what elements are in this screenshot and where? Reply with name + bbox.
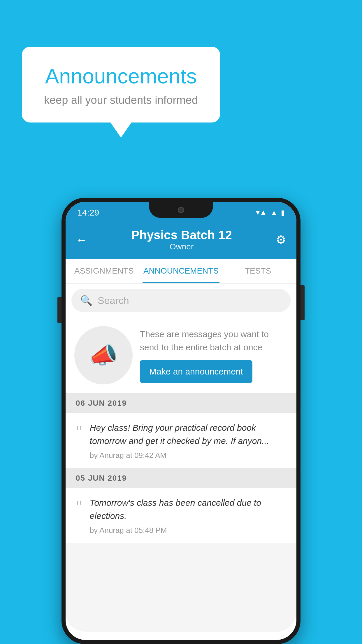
promo-icon-circle: 📣 bbox=[74, 326, 133, 384]
phone-inner: 14:29 ▾▲ ▲ ▮ ← Physics Batch 12 Owner ⚙ bbox=[66, 202, 296, 640]
announcement-meta-2: by Anurag at 05:48 PM bbox=[90, 526, 286, 535]
status-icons: ▾▲ ▲ ▮ bbox=[256, 208, 285, 217]
phone-screen: 14:29 ▾▲ ▲ ▮ ← Physics Batch 12 Owner ⚙ bbox=[66, 202, 296, 632]
tab-announcements[interactable]: ANNOUNCEMENTS bbox=[143, 259, 219, 283]
date-separator-1: 06 JUN 2019 bbox=[66, 393, 296, 413]
announcement-item-2[interactable]: " Tomorrow's class has been cancelled du… bbox=[66, 488, 296, 543]
content-area: 🔍 Search 📣 These are messages you want t… bbox=[66, 284, 296, 632]
front-camera bbox=[178, 207, 184, 213]
search-icon: 🔍 bbox=[80, 295, 92, 306]
header-center: Physics Batch 12 Owner bbox=[131, 228, 232, 251]
phone-notch bbox=[149, 202, 213, 218]
signal-icon: ▲ bbox=[270, 209, 277, 217]
tabs-bar: ASSIGNMENTS ANNOUNCEMENTS TESTS bbox=[66, 259, 296, 284]
speech-bubble-subtitle: keep all your students informed bbox=[36, 94, 205, 106]
promo-section: 📣 These are messages you want to send to… bbox=[66, 317, 296, 393]
quote-icon-2: " bbox=[76, 498, 82, 515]
promo-text: These are messages you want to send to t… bbox=[140, 328, 288, 354]
date-separator-2: 05 JUN 2019 bbox=[66, 468, 296, 488]
announcement-content-2: Tomorrow's class has been cancelled due … bbox=[90, 496, 286, 535]
phone-frame: 14:29 ▾▲ ▲ ▮ ← Physics Batch 12 Owner ⚙ bbox=[61, 198, 301, 644]
announcement-text-1: Hey class! Bring your practical record b… bbox=[90, 421, 286, 447]
app-header: ← Physics Batch 12 Owner ⚙ bbox=[66, 221, 296, 259]
tab-assignments[interactable]: ASSIGNMENTS bbox=[66, 259, 143, 283]
announcement-meta-1: by Anurag at 09:42 AM bbox=[90, 451, 286, 460]
speech-bubble-container: Announcements keep all your students inf… bbox=[22, 47, 220, 123]
search-placeholder: Search bbox=[98, 295, 129, 306]
search-bar-container: 🔍 Search bbox=[66, 284, 296, 317]
battery-icon: ▮ bbox=[281, 209, 285, 217]
settings-button[interactable]: ⚙ bbox=[276, 233, 286, 246]
header-title: Physics Batch 12 bbox=[131, 228, 232, 242]
announcement-text-2: Tomorrow's class has been cancelled due … bbox=[90, 496, 286, 522]
status-time: 14:29 bbox=[77, 208, 99, 218]
make-announcement-button[interactable]: Make an announcement bbox=[140, 360, 252, 383]
promo-right: These are messages you want to send to t… bbox=[140, 328, 288, 383]
header-subtitle: Owner bbox=[131, 242, 232, 251]
megaphone-icon: 📣 bbox=[89, 342, 118, 369]
phone-outer: 14:29 ▾▲ ▲ ▮ ← Physics Batch 12 Owner ⚙ bbox=[61, 198, 301, 644]
search-bar[interactable]: 🔍 Search bbox=[71, 289, 291, 312]
tab-tests[interactable]: TESTS bbox=[219, 259, 296, 283]
speech-bubble: Announcements keep all your students inf… bbox=[22, 47, 220, 123]
announcement-item-1[interactable]: " Hey class! Bring your practical record… bbox=[66, 413, 296, 468]
back-button[interactable]: ← bbox=[76, 233, 87, 246]
speech-bubble-title: Announcements bbox=[36, 64, 205, 88]
quote-icon-1: " bbox=[76, 424, 82, 440]
announcement-content-1: Hey class! Bring your practical record b… bbox=[90, 421, 286, 460]
wifi-icon: ▾▲ bbox=[256, 208, 267, 217]
